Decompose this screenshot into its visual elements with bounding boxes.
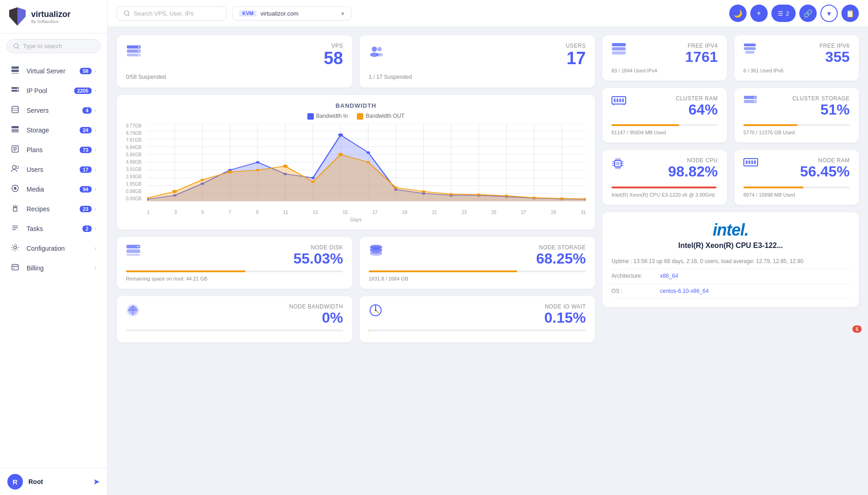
- bandwidth-title: BANDWIDTH: [126, 102, 586, 109]
- svg-rect-124: [612, 43, 626, 46]
- vps-sub: 0/58 Suspended: [126, 74, 343, 80]
- node-ram-label: Node RAM: [800, 157, 850, 164]
- svg-line-4: [17, 47, 19, 49]
- node-bw-iowait-row: Node BANDWIDTH 0%: [117, 296, 595, 342]
- chart-svg-wrapper: [147, 123, 586, 201]
- node-cpu-label: Node CPU: [668, 157, 718, 164]
- sidebar-logo: virtualizor By Softaculous: [0, 0, 107, 33]
- badge-recipes: 23: [80, 206, 92, 212]
- node-disk-value: 55.03%: [293, 251, 343, 267]
- users-sub: 1 / 17 Suspended: [369, 74, 586, 80]
- svg-point-98: [338, 153, 343, 156]
- chart-area: 9.77GB8.79GB7.81GB6.84GB5.86GB4.88GB3.91…: [126, 123, 586, 215]
- node-cpu-icon: [611, 157, 624, 172]
- sidebar-item-virtual-server[interactable]: Virtual Server 58 ›: [4, 61, 104, 80]
- chart-legend: Bandwidth In Bandwidth OUT: [126, 113, 586, 120]
- svg-point-100: [394, 186, 398, 188]
- svg-rect-125: [612, 47, 626, 50]
- node-disk-icon: [126, 244, 141, 258]
- node-disk-sub: Remaining space on /root: 44.21 GB: [126, 276, 343, 281]
- node-storage-bar: [369, 270, 517, 272]
- svg-point-10: [17, 88, 18, 88]
- topbar-search[interactable]: Search VPS, User, IPs: [117, 6, 227, 21]
- node-cpu-card: Node CPU 98.82% Intel(R) Xeon(R) CPU E3-…: [602, 150, 727, 204]
- user-initial: R: [13, 478, 18, 486]
- svg-point-3: [14, 44, 18, 48]
- svg-point-40: [138, 50, 140, 52]
- intel-info: Uptime : 13:58:13 up 68 days, 2:16, 0 us…: [611, 254, 850, 299]
- cluster-storage-label: CLUSTER STORAGE: [792, 95, 850, 102]
- sidebar-item-configuration[interactable]: Configuration ›: [4, 239, 104, 258]
- svg-rect-154: [616, 162, 620, 165]
- arch-row: Architecture: x86_64: [611, 269, 850, 284]
- svg-marker-1: [9, 7, 17, 26]
- node-bandwidth-label: Node BANDWIDTH: [289, 303, 343, 310]
- badge-servers: 4: [82, 107, 92, 114]
- node-storage-value: 68.25%: [536, 251, 586, 267]
- sidebar-item-plans[interactable]: Plans 73 ›: [4, 140, 104, 159]
- topbar: Search VPS, User, IPs KVM virtualizor.co…: [108, 0, 868, 27]
- sidebar-item-ip-pool[interactable]: IP Pool 2205 ›: [4, 81, 104, 100]
- node-ram-icon: [743, 157, 758, 170]
- menu-button[interactable]: 📋: [841, 5, 859, 22]
- configuration-icon: [11, 243, 21, 253]
- cluster-ram-icon: [611, 95, 626, 108]
- sidebar-search-placeholder: Type to search: [23, 43, 62, 50]
- arrow-servers: ›: [94, 107, 96, 114]
- svg-rect-5: [11, 66, 19, 69]
- chart-x-axis-label: Days: [126, 217, 586, 222]
- sidebar-item-storage[interactable]: Storage 24 ›: [4, 121, 104, 139]
- svg-point-97: [311, 181, 315, 183]
- tasks-button[interactable]: ☰ 2: [771, 5, 796, 22]
- sidebar-item-media[interactable]: Media 94 ›: [4, 180, 104, 198]
- svg-rect-31: [12, 264, 18, 270]
- logo-text: virtualizor By Softaculous: [31, 10, 71, 24]
- users-value: 17: [566, 49, 586, 68]
- svg-rect-127: [744, 44, 756, 46]
- link-button[interactable]: 🔗: [799, 5, 817, 22]
- arrow-ip-pool: ›: [94, 88, 96, 94]
- virtualizor-logo-icon: [7, 6, 27, 27]
- cluster-ram-bar: [611, 124, 679, 126]
- sidebar-item-recipes[interactable]: Recipes 23 ›: [4, 199, 104, 218]
- theme-toggle-button[interactable]: 🌙: [729, 5, 747, 22]
- sidebar-item-servers[interactable]: Servers 4 ›: [4, 101, 104, 120]
- dropdown-more-button[interactable]: ▾: [820, 5, 838, 22]
- search-icon: [13, 43, 19, 49]
- node-disk-storage-row: Node DISK 55.03% Remaining space on /roo…: [117, 237, 595, 289]
- svg-rect-17: [11, 132, 19, 133]
- sidebar-search[interactable]: Type to search: [6, 39, 101, 53]
- sidebar-item-tasks[interactable]: Tasks 2 ›: [4, 219, 104, 238]
- uptime-label: Uptime : 13:58:13 up 68 days, 2:16, 0 us…: [611, 257, 803, 267]
- svg-marker-2: [17, 7, 26, 26]
- users-icon: [11, 165, 21, 174]
- svg-rect-133: [619, 99, 621, 102]
- logout-button[interactable]: ➤: [93, 477, 100, 487]
- node-ram-value: 56.45%: [800, 164, 850, 180]
- intel-card: intel. Intel(R) Xeon(R) CPU E3-122... Up…: [602, 212, 859, 308]
- topbar-search-icon: [124, 10, 130, 16]
- vps-stat-card: VPS 58 0/58 Suspended: [117, 35, 352, 88]
- svg-rect-109: [126, 249, 140, 253]
- node-bandwidth-value: 0%: [289, 310, 343, 326]
- cluster-stats-row: CLUSTER RAM 64% 61147 / 95604 MB Used: [602, 88, 859, 143]
- sidebar-item-users[interactable]: Users 17 ›: [4, 160, 104, 179]
- sidebar-item-billing[interactable]: Billing ›: [4, 258, 104, 277]
- svg-rect-156: [746, 160, 748, 164]
- notification-badge: 5: [852, 325, 862, 333]
- cluster-storage-icon: [743, 95, 757, 108]
- arrow-recipes: ›: [94, 206, 96, 212]
- node-iowait-icon: [369, 303, 382, 319]
- virtual-server-icon: [11, 66, 21, 76]
- server-name: virtualizor.com: [260, 10, 298, 17]
- svg-rect-16: [11, 129, 19, 132]
- left-column: VPS 58 0/58 Suspended: [117, 35, 595, 487]
- add-button[interactable]: +: [750, 5, 768, 22]
- server-select[interactable]: KVM virtualizor.com ▾: [232, 6, 351, 21]
- cluster-storage-value: 51%: [792, 102, 850, 118]
- ipv6-label: FREE IPV6: [819, 43, 850, 49]
- vps-label: VPS: [324, 43, 343, 49]
- user-name: Root: [28, 478, 93, 485]
- tasks-count: 2: [786, 10, 789, 17]
- ipv6-icon: [743, 43, 756, 58]
